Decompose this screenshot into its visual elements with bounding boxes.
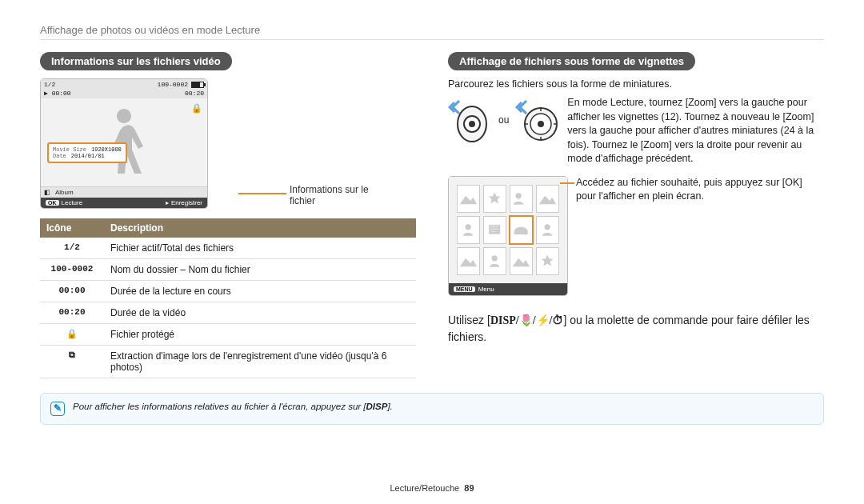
- total-time: 00:20: [185, 90, 204, 97]
- zoom-diagram: ou: [448, 96, 559, 144]
- svg-point-5: [538, 121, 544, 127]
- thumb-item: [510, 247, 533, 275]
- icon-description-table: Icône Description 1/2Fichier actif/Total…: [40, 218, 416, 378]
- save-icon: ▸: [166, 199, 169, 206]
- thumbnail-callout: Accédez au fichier souhaité, puis appuye…: [576, 176, 824, 204]
- breadcrumb: Affichage de photos ou vidéos en mode Le…: [40, 24, 824, 40]
- file-info-callout: Informations sur le fichier: [290, 184, 369, 206]
- zoom-wheel-icon: [515, 96, 559, 144]
- svg-marker-10: [460, 196, 477, 204]
- thumb-item: [457, 247, 480, 275]
- or-label: ou: [498, 114, 509, 126]
- ok-key: OK: [46, 200, 59, 206]
- svg-point-2: [469, 121, 475, 127]
- svg-marker-19: [513, 258, 530, 266]
- table-row: 00:00Durée de la lecture en cours: [40, 281, 416, 302]
- thumb-item: [536, 247, 559, 275]
- svg-point-11: [516, 193, 522, 198]
- svg-point-15: [523, 231, 527, 235]
- album-label: Album: [55, 189, 74, 196]
- svg-marker-12: [539, 196, 556, 204]
- section-heading-video-info: Informations sur les fichiers vidéo: [40, 52, 232, 70]
- svg-point-16: [545, 224, 550, 230]
- thumb-item: [457, 185, 480, 213]
- page-footer: Lecture/Retouche 89: [0, 483, 864, 493]
- album-icon: ◧: [44, 189, 50, 196]
- thumb-item: [483, 216, 506, 244]
- file-info-overlay: Movie Size1920X1080 Date2014/01/01: [47, 142, 127, 163]
- info-icon: ✎: [50, 402, 65, 416]
- thumb-item: [457, 216, 480, 244]
- table-row: 🔒Fichier protégé: [40, 324, 416, 346]
- table-row: 1/2Fichier actif/Total des fichiers: [40, 238, 416, 259]
- scroll-instruction: Utilisez [DISP/🌷/⚡/⏱] ou la molette de c…: [448, 312, 824, 346]
- svg-point-18: [492, 255, 498, 261]
- callout-connector: [238, 193, 286, 194]
- video-preview: 1/2 100-0002 ▶ 00:00 00:20 🔒 Movie Size1…: [40, 78, 208, 209]
- folder-file: 100-0002: [158, 81, 188, 88]
- save-label: Enregistrer: [171, 199, 202, 206]
- thumb-item: [510, 185, 533, 213]
- th-desc: Description: [104, 218, 416, 238]
- th-icon: Icône: [40, 218, 104, 238]
- thumbnail-preview: MENU Menu: [448, 176, 568, 296]
- table-row: 100-0002Nom du dossier – Nom du fichier: [40, 259, 416, 281]
- right-column: Affichage de fichiers sous forme de vign…: [448, 52, 824, 378]
- play-label: Lecture: [62, 199, 83, 206]
- table-row: ⧉Extraction d'image lors de l'enregistre…: [40, 346, 416, 378]
- extract-icon: ⧉: [40, 346, 104, 378]
- thumb-item: [483, 185, 506, 213]
- thumb-item: [536, 185, 559, 213]
- thumbnail-intro: Parcourez les fichiers sous la forme de …: [448, 78, 824, 90]
- thumb-item-selected: [510, 216, 533, 244]
- elapsed-time: 00:00: [52, 90, 71, 97]
- svg-point-14: [515, 231, 519, 235]
- thumb-item: [536, 216, 559, 244]
- table-row: 00:20Durée de la vidéo: [40, 302, 416, 324]
- zoom-left-icon: [448, 96, 492, 144]
- menu-label: Menu: [478, 286, 494, 293]
- zoom-instructions: En mode Lecture, tournez [Zoom] vers la …: [567, 96, 824, 166]
- left-column: Informations sur les fichiers vidéo 1/2 …: [40, 52, 416, 378]
- file-index: 1/2: [44, 81, 55, 88]
- menu-key: MENU: [454, 286, 475, 292]
- thumb-item: [483, 247, 506, 275]
- lock-icon: 🔒: [191, 103, 202, 114]
- svg-marker-17: [460, 258, 477, 266]
- tip-box: ✎ Pour afficher les informations relativ…: [40, 393, 824, 425]
- svg-point-13: [466, 224, 471, 230]
- battery-icon: [191, 82, 204, 88]
- section-heading-thumbnails: Affichage de fichiers sous forme de vign…: [448, 52, 695, 70]
- nav-keys: DISP/🌷/⚡/⏱: [490, 314, 564, 326]
- lock-icon: 🔒: [40, 324, 104, 346]
